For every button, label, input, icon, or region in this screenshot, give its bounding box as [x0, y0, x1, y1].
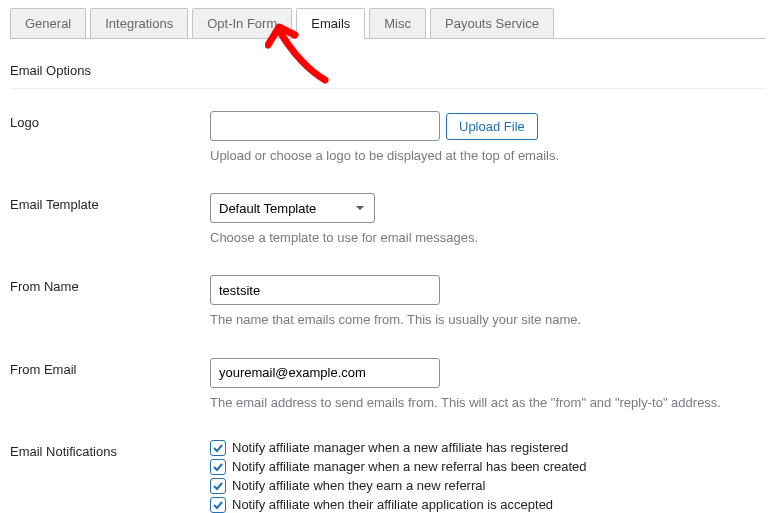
tab-misc[interactable]: Misc [369, 8, 426, 38]
from-email-help: The email address to send emails from. T… [210, 394, 765, 412]
notify-label-0: Notify affiliate manager when a new affi… [232, 440, 568, 455]
tab-payouts-service[interactable]: Payouts Service [430, 8, 554, 38]
email-template-select[interactable]: Default Template [210, 193, 375, 223]
from-name-input[interactable] [210, 275, 440, 305]
tab-general[interactable]: General [10, 8, 86, 38]
email-notifications-label: Email Notifications [10, 440, 210, 459]
logo-help: Upload or choose a logo to be displayed … [210, 147, 765, 165]
notify-checkbox-0[interactable] [210, 440, 226, 456]
from-name-label: From Name [10, 275, 210, 294]
notify-label-1: Notify affiliate manager when a new refe… [232, 459, 587, 474]
notify-label-2: Notify affiliate when they earn a new re… [232, 478, 485, 493]
from-email-label: From Email [10, 358, 210, 377]
email-template-label: Email Template [10, 193, 210, 212]
logo-label: Logo [10, 111, 210, 130]
upload-file-button[interactable]: Upload File [446, 113, 538, 140]
notify-checkbox-2[interactable] [210, 478, 226, 494]
section-title: Email Options [10, 63, 765, 89]
notify-checkbox-1[interactable] [210, 459, 226, 475]
tabs-bar: General Integrations Opt-In Form Emails … [10, 8, 765, 39]
email-template-help: Choose a template to use for email messa… [210, 229, 765, 247]
notify-checkbox-3[interactable] [210, 497, 226, 513]
tab-integrations[interactable]: Integrations [90, 8, 188, 38]
from-name-help: The name that emails come from. This is … [210, 311, 765, 329]
logo-input[interactable] [210, 111, 440, 141]
notify-label-3: Notify affiliate when their affiliate ap… [232, 497, 553, 512]
tab-opt-in-form[interactable]: Opt-In Form [192, 8, 292, 38]
tab-emails[interactable]: Emails [296, 8, 365, 39]
from-email-input[interactable] [210, 358, 440, 388]
